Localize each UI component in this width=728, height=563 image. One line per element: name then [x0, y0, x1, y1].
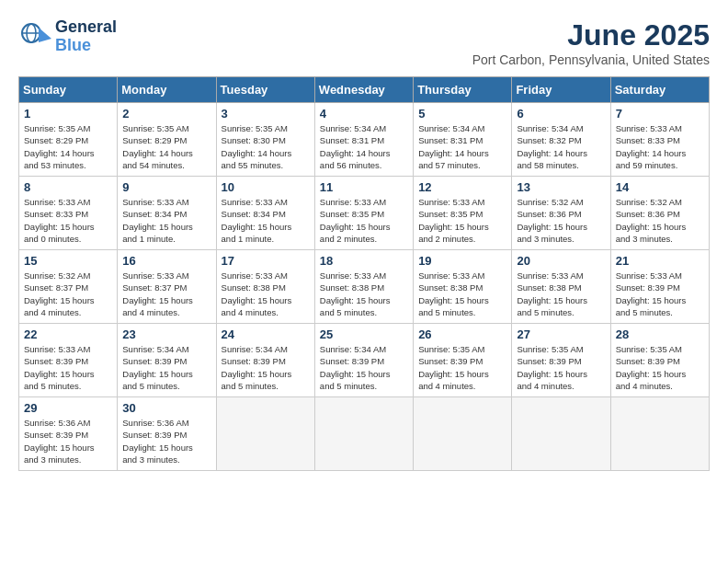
calendar-header-row: Sunday Monday Tuesday Wednesday Thursday…: [19, 77, 710, 103]
day-info: Sunrise: 5:34 AM Sunset: 8:39 PM Dayligh…: [222, 343, 310, 392]
calendar-week-row: 8Sunrise: 5:33 AM Sunset: 8:33 PM Daylig…: [19, 177, 710, 250]
calendar-week-row: 22Sunrise: 5:33 AM Sunset: 8:39 PM Dayli…: [19, 324, 710, 397]
day-number: 16: [122, 254, 210, 268]
calendar-week-row: 1Sunrise: 5:35 AM Sunset: 8:29 PM Daylig…: [19, 103, 710, 177]
header-wednesday: Wednesday: [314, 77, 413, 103]
day-number: 14: [616, 180, 704, 194]
day-info: Sunrise: 5:34 AM Sunset: 8:39 PM Dayligh…: [320, 343, 408, 392]
day-number: 17: [222, 254, 310, 268]
calendar-cell: 29Sunrise: 5:36 AM Sunset: 8:39 PM Dayli…: [19, 397, 118, 471]
calendar-cell: [414, 397, 512, 471]
day-info: Sunrise: 5:34 AM Sunset: 8:31 PM Dayligh…: [418, 122, 506, 171]
day-info: Sunrise: 5:33 AM Sunset: 8:34 PM Dayligh…: [222, 196, 310, 245]
day-info: Sunrise: 5:35 AM Sunset: 8:30 PM Dayligh…: [222, 122, 310, 171]
day-info: Sunrise: 5:35 AM Sunset: 8:29 PM Dayligh…: [122, 122, 210, 171]
logo-blue: Blue: [55, 37, 117, 55]
calendar-cell: 5Sunrise: 5:34 AM Sunset: 8:31 PM Daylig…: [414, 103, 512, 177]
calendar-cell: 6Sunrise: 5:34 AM Sunset: 8:32 PM Daylig…: [512, 103, 610, 177]
calendar: Sunday Monday Tuesday Wednesday Thursday…: [18, 76, 710, 471]
calendar-cell: 15Sunrise: 5:32 AM Sunset: 8:37 PM Dayli…: [19, 250, 118, 324]
calendar-week-row: 15Sunrise: 5:32 AM Sunset: 8:37 PM Dayli…: [19, 250, 710, 324]
day-number: 9: [122, 180, 210, 194]
title-area: June 2025 Port Carbon, Pennsylvania, Uni…: [472, 18, 710, 67]
day-info: Sunrise: 5:33 AM Sunset: 8:33 PM Dayligh…: [24, 196, 112, 245]
calendar-cell: 9Sunrise: 5:33 AM Sunset: 8:34 PM Daylig…: [118, 177, 216, 250]
logo: General Blue: [18, 18, 117, 55]
day-number: 7: [616, 107, 704, 121]
day-info: Sunrise: 5:33 AM Sunset: 8:38 PM Dayligh…: [517, 270, 605, 318]
day-number: 22: [24, 327, 112, 341]
header-tuesday: Tuesday: [216, 77, 314, 103]
calendar-cell: [610, 397, 709, 471]
day-info: Sunrise: 5:34 AM Sunset: 8:32 PM Dayligh…: [517, 122, 605, 171]
day-info: Sunrise: 5:33 AM Sunset: 8:33 PM Dayligh…: [616, 122, 704, 171]
day-number: 18: [320, 254, 408, 268]
day-info: Sunrise: 5:33 AM Sunset: 8:39 PM Dayligh…: [24, 343, 112, 392]
header-saturday: Saturday: [610, 77, 709, 103]
day-info: Sunrise: 5:33 AM Sunset: 8:38 PM Dayligh…: [320, 270, 408, 318]
calendar-cell: 16Sunrise: 5:33 AM Sunset: 8:37 PM Dayli…: [118, 250, 216, 324]
calendar-cell: 2Sunrise: 5:35 AM Sunset: 8:29 PM Daylig…: [118, 103, 216, 177]
day-number: 5: [418, 107, 506, 121]
calendar-cell: [314, 397, 413, 471]
day-number: 13: [517, 180, 605, 194]
day-info: Sunrise: 5:35 AM Sunset: 8:39 PM Dayligh…: [517, 343, 605, 392]
day-info: Sunrise: 5:32 AM Sunset: 8:37 PM Dayligh…: [24, 270, 112, 318]
calendar-body: 1Sunrise: 5:35 AM Sunset: 8:29 PM Daylig…: [19, 103, 710, 471]
day-info: Sunrise: 5:33 AM Sunset: 8:39 PM Dayligh…: [616, 270, 704, 318]
calendar-cell: 24Sunrise: 5:34 AM Sunset: 8:39 PM Dayli…: [216, 324, 314, 397]
day-info: Sunrise: 5:36 AM Sunset: 8:39 PM Dayligh…: [24, 417, 112, 465]
day-number: 3: [222, 107, 310, 121]
calendar-cell: 28Sunrise: 5:35 AM Sunset: 8:39 PM Dayli…: [610, 324, 709, 397]
calendar-cell: 10Sunrise: 5:33 AM Sunset: 8:34 PM Dayli…: [216, 177, 314, 250]
day-info: Sunrise: 5:34 AM Sunset: 8:39 PM Dayligh…: [122, 343, 210, 392]
day-number: 23: [122, 327, 210, 341]
day-info: Sunrise: 5:35 AM Sunset: 8:29 PM Dayligh…: [24, 122, 112, 171]
calendar-cell: [512, 397, 610, 471]
day-info: Sunrise: 5:35 AM Sunset: 8:39 PM Dayligh…: [418, 343, 506, 392]
day-number: 10: [222, 180, 310, 194]
day-info: Sunrise: 5:32 AM Sunset: 8:36 PM Dayligh…: [616, 196, 704, 245]
day-number: 1: [24, 107, 112, 121]
day-info: Sunrise: 5:32 AM Sunset: 8:36 PM Dayligh…: [517, 196, 605, 245]
header-thursday: Thursday: [414, 77, 512, 103]
calendar-cell: 3Sunrise: 5:35 AM Sunset: 8:30 PM Daylig…: [216, 103, 314, 177]
day-number: 25: [320, 327, 408, 341]
day-number: 12: [418, 180, 506, 194]
calendar-cell: 18Sunrise: 5:33 AM Sunset: 8:38 PM Dayli…: [314, 250, 413, 324]
day-number: 26: [418, 327, 506, 341]
month-title: June 2025: [472, 18, 710, 52]
day-number: 6: [517, 107, 605, 121]
day-number: 28: [616, 327, 704, 341]
logo-icon: [18, 20, 51, 53]
calendar-cell: 30Sunrise: 5:36 AM Sunset: 8:39 PM Dayli…: [118, 397, 216, 471]
calendar-cell: [216, 397, 314, 471]
calendar-cell: 20Sunrise: 5:33 AM Sunset: 8:38 PM Dayli…: [512, 250, 610, 324]
day-number: 21: [616, 254, 704, 268]
header: General Blue June 2025 Port Carbon, Penn…: [18, 18, 710, 67]
calendar-cell: 23Sunrise: 5:34 AM Sunset: 8:39 PM Dayli…: [118, 324, 216, 397]
calendar-cell: 12Sunrise: 5:33 AM Sunset: 8:35 PM Dayli…: [414, 177, 512, 250]
calendar-cell: 27Sunrise: 5:35 AM Sunset: 8:39 PM Dayli…: [512, 324, 610, 397]
day-number: 20: [517, 254, 605, 268]
day-info: Sunrise: 5:33 AM Sunset: 8:38 PM Dayligh…: [222, 270, 310, 318]
day-info: Sunrise: 5:33 AM Sunset: 8:37 PM Dayligh…: [122, 270, 210, 318]
calendar-cell: 8Sunrise: 5:33 AM Sunset: 8:33 PM Daylig…: [19, 177, 118, 250]
day-info: Sunrise: 5:34 AM Sunset: 8:31 PM Dayligh…: [320, 122, 408, 171]
calendar-cell: 19Sunrise: 5:33 AM Sunset: 8:38 PM Dayli…: [414, 250, 512, 324]
day-number: 27: [517, 327, 605, 341]
calendar-cell: 17Sunrise: 5:33 AM Sunset: 8:38 PM Dayli…: [216, 250, 314, 324]
day-number: 24: [222, 327, 310, 341]
calendar-cell: 1Sunrise: 5:35 AM Sunset: 8:29 PM Daylig…: [19, 103, 118, 177]
day-info: Sunrise: 5:33 AM Sunset: 8:35 PM Dayligh…: [320, 196, 408, 245]
location-title: Port Carbon, Pennsylvania, United States: [472, 52, 710, 67]
day-number: 15: [24, 254, 112, 268]
day-number: 2: [122, 107, 210, 121]
day-info: Sunrise: 5:36 AM Sunset: 8:39 PM Dayligh…: [122, 417, 210, 465]
calendar-week-row: 29Sunrise: 5:36 AM Sunset: 8:39 PM Dayli…: [19, 397, 710, 471]
day-number: 29: [24, 401, 112, 415]
day-info: Sunrise: 5:35 AM Sunset: 8:39 PM Dayligh…: [616, 343, 704, 392]
calendar-cell: 22Sunrise: 5:33 AM Sunset: 8:39 PM Dayli…: [19, 324, 118, 397]
day-info: Sunrise: 5:33 AM Sunset: 8:38 PM Dayligh…: [418, 270, 506, 318]
logo-text: General Blue: [55, 18, 117, 55]
